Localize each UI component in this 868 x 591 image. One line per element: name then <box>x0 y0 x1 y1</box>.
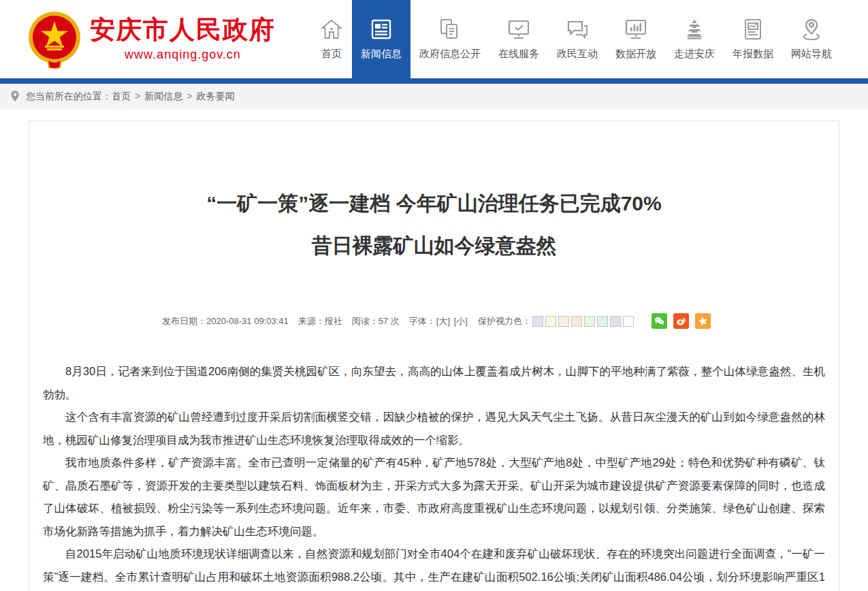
publish-date: 发布日期：2020-08-31 09:03:41 <box>162 315 289 328</box>
article-paragraph-4: 自2015年启动矿山地质环境现状详细调查以来，自然资源和规划部门对全市404个在… <box>43 543 825 591</box>
breadcrumb-prefix: 您当前所在的位置： <box>26 91 112 103</box>
nav-item-2[interactable]: 新闻信息 <box>352 0 411 78</box>
view-count: 阅读：57 次 <box>352 315 400 328</box>
nav-item-7[interactable]: 走进安庆 <box>665 0 724 78</box>
nav-item-3[interactable]: 政府信息公开 <box>411 0 489 78</box>
nav-item-label: 在线服务 <box>498 48 539 61</box>
breadcrumb-separator: > <box>187 91 192 101</box>
nav-item-label: 走进安庆 <box>674 48 715 61</box>
source: 来源：报社 <box>298 315 342 328</box>
eye-protect-swatch-2[interactable] <box>545 316 556 327</box>
article-title: “一矿一策”逐一建档 今年矿山治理任务已完成70% 昔日裸露矿山如今绿意盎然 <box>43 182 825 267</box>
nav-item-6[interactable]: 数据开放 <box>607 0 665 78</box>
star-share-icon[interactable] <box>695 313 711 329</box>
breadcrumb-separator: > <box>135 91 140 101</box>
documents-icon <box>438 18 462 41</box>
chat-icon <box>566 18 589 41</box>
home-icon <box>320 18 343 41</box>
site-url: www.anqing.gov.cn <box>90 48 276 62</box>
national-emblem-icon <box>27 10 82 69</box>
nav-item-label: 网站导航 <box>791 48 832 61</box>
nav-item-1[interactable]: 首页 <box>311 0 352 78</box>
article-paragraph-2: 这个含有丰富资源的矿山曾经遭到过度开采后切割面横竖交错，因缺少植被的保护，遇见大… <box>43 406 825 451</box>
report-icon <box>741 18 765 41</box>
article-card: “一矿一策”逐一建档 今年矿山治理任务已完成70% 昔日裸露矿山如今绿意盎然 发… <box>29 121 839 591</box>
news-icon <box>370 18 393 41</box>
article-title-line2: 昔日裸露矿山如今绿意盎然 <box>312 234 557 257</box>
article-body: 8月30日，记者来到位于国道206南侧的集贤关桃园矿区，向东望去，高高的山体上覆… <box>43 360 825 591</box>
nav-item-9[interactable]: 网站导航 <box>782 0 841 78</box>
location-pin-icon <box>10 90 20 103</box>
eye-protect-swatch-4[interactable] <box>571 316 582 327</box>
nav-item-4[interactable]: 在线服务 <box>489 0 548 78</box>
breadcrumb-link-3[interactable]: 政务要闻 <box>196 91 234 101</box>
eye-protect-swatch-8[interactable] <box>623 316 634 327</box>
main-nav: 首页新闻信息政府信息公开在线服务政民互动数据开放走进安庆年报数据网站导航 <box>311 0 868 78</box>
article-paragraph-1: 8月30日，记者来到位于国道206南侧的集贤关桃园矿区，向东望去，高高的山体上覆… <box>43 360 825 406</box>
eye-protect-swatch-5[interactable] <box>584 316 595 327</box>
eye-protect-label: 保护视力色： <box>478 315 531 328</box>
site-logo[interactable]: 安庆市人民政府 www.anqing.gov.cn <box>27 10 276 69</box>
site-header: 安庆市人民政府 www.anqing.gov.cn 首页新闻信息政府信息公开在线… <box>0 0 868 78</box>
article-meta: 发布日期：2020-08-31 09:03:41 来源：报社 阅读：57 次 字… <box>43 313 825 329</box>
nav-item-label: 数据开放 <box>615 48 656 61</box>
share-buttons <box>645 313 711 329</box>
nav-item-label: 新闻信息 <box>361 48 402 61</box>
breadcrumb-link-2[interactable]: 新闻信息 <box>144 91 182 101</box>
nav-item-label: 政民互动 <box>557 48 598 61</box>
nav-item-8[interactable]: 年报数据 <box>724 0 782 78</box>
eye-protect-swatches <box>532 316 636 327</box>
font-larger-button[interactable]: [大] <box>436 316 450 326</box>
monitor-check-icon <box>507 18 530 41</box>
monitor-chart-icon <box>624 18 647 41</box>
nav-item-5[interactable]: 政民互动 <box>548 0 607 78</box>
header-divider-bar <box>0 78 868 84</box>
font-size-label: 字体： <box>409 316 436 326</box>
font-smaller-button[interactable]: [小] <box>454 316 468 326</box>
eye-protect-swatch-1[interactable] <box>532 316 543 327</box>
eye-protect-swatch-6[interactable] <box>597 316 608 327</box>
breadcrumb-link-1[interactable]: 首页 <box>112 91 131 101</box>
site-title[interactable]: 安庆市人民政府 <box>90 16 276 44</box>
location-pin-icon <box>800 18 823 41</box>
eye-protect-swatch-7[interactable] <box>610 316 621 327</box>
eye-protect-swatch-3[interactable] <box>558 316 569 327</box>
article-title-line1: “一矿一策”逐一建档 今年矿山治理任务已完成70% <box>206 192 661 214</box>
font-size-control: 字体：[大] [小] <box>409 315 468 328</box>
pagoda-icon <box>683 18 706 41</box>
article-paragraph-3: 我市地质条件多样，矿产资源丰富。全市已查明一定储量的矿产有45种，矿产地578处… <box>43 451 825 543</box>
nav-item-label: 政府信息公开 <box>419 48 481 61</box>
weibo-share-icon[interactable] <box>673 313 689 329</box>
nav-item-label: 年报数据 <box>733 48 773 61</box>
nav-item-label: 首页 <box>321 48 342 61</box>
wechat-share-icon[interactable] <box>652 313 667 329</box>
breadcrumb: 您当前所在的位置： 首页>新闻信息>政务要闻 <box>0 84 868 110</box>
